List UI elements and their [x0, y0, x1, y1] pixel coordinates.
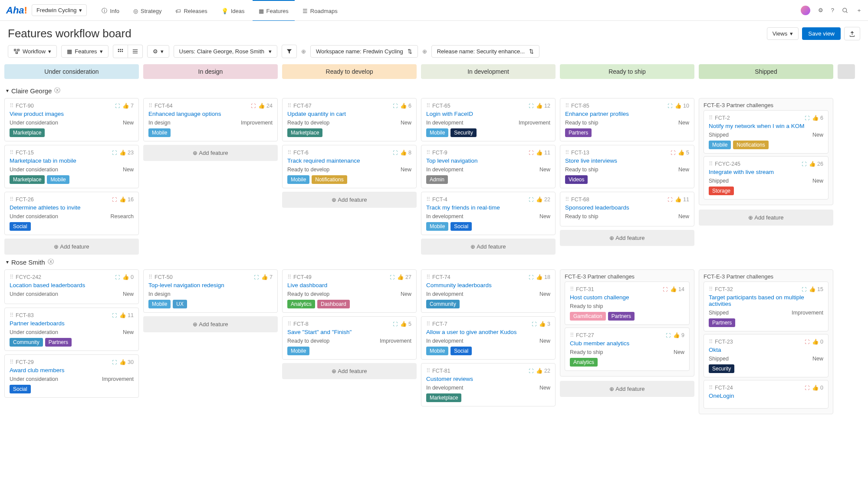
grip-icon[interactable]: ⠿: [426, 196, 430, 203]
feature-card[interactable]: ⠿ FCT-27 ⛶ 👍9 Club member analytics Read…: [565, 328, 690, 371]
workflow-dropdown[interactable]: Workflow ▾: [8, 45, 57, 58]
grip-icon[interactable]: ⠿: [565, 102, 569, 109]
grip-icon[interactable]: ⠿: [148, 102, 152, 109]
hierarchy-icon[interactable]: ⛶: [667, 197, 672, 202]
grip-icon[interactable]: ⠿: [426, 102, 430, 109]
hierarchy-icon[interactable]: ⛶: [667, 103, 672, 108]
feature-card[interactable]: ⠿ FCT-85 ⛶ 👍10 Enhance partner profiles …: [560, 98, 694, 141]
feature-card[interactable]: ⠿ FCT-7 ⛶ 👍3 Allow a user to give anothe…: [421, 316, 556, 360]
feature-card[interactable]: ⠿ FCT-26 ⛶ 👍16 Determine athletes to inv…: [4, 192, 139, 235]
card-title[interactable]: Determine athletes to invite: [10, 204, 134, 211]
feature-card[interactable]: ⠿ FCT-15 ⛶ 👍23 Marketplace tab in mobile…: [4, 145, 139, 188]
add-filter-icon[interactable]: ⊕: [301, 48, 306, 55]
features-dropdown[interactable]: ▦ Features ▾: [61, 45, 108, 58]
swimlane-header[interactable]: ▾Claire Georgeⓧ: [4, 83, 864, 98]
grip-icon[interactable]: ⠿: [287, 321, 291, 327]
grip-icon[interactable]: ⠿: [426, 149, 430, 156]
add-filter-icon[interactable]: ⊕: [422, 48, 427, 55]
add-feature-button[interactable]: ⊕ Add feature: [143, 145, 278, 161]
feature-card[interactable]: ⠿ FCT-4 ⛶ 👍22 Track my friends in real-t…: [421, 192, 556, 235]
hierarchy-icon[interactable]: ⛶: [529, 103, 533, 108]
grip-icon[interactable]: ⠿: [426, 321, 430, 327]
nav-tab-info[interactable]: ⓘInfo: [95, 0, 125, 21]
hierarchy-icon[interactable]: ⛶: [802, 287, 806, 292]
hierarchy-icon[interactable]: ⛶: [532, 321, 536, 327]
grip-icon[interactable]: ⠿: [709, 338, 712, 345]
grip-icon[interactable]: ⠿: [709, 286, 712, 292]
card-title[interactable]: OneLogin: [709, 393, 823, 399]
feature-card[interactable]: ⠿ FCT-2 ⛶ 👍6 Notify my network when I wi…: [704, 110, 829, 154]
epic-title[interactable]: FCT-E-3 Partner challenges: [704, 102, 829, 108]
grip-icon[interactable]: ⠿: [709, 384, 712, 391]
hierarchy-icon[interactable]: ⛶: [115, 103, 120, 108]
nav-tab-roadmaps[interactable]: ☰Roadmaps: [296, 0, 344, 21]
aha-logo[interactable]: Aha!: [6, 5, 27, 16]
hierarchy-icon[interactable]: ⛶: [112, 197, 117, 202]
grip-icon[interactable]: ⠿: [287, 149, 291, 156]
workspace-filter[interactable]: Workspace name: Fredwin Cycling ⇅: [310, 45, 418, 58]
hierarchy-icon[interactable]: ⛶: [112, 360, 117, 365]
card-title[interactable]: Live dashboard: [287, 282, 411, 288]
grip-icon[interactable]: ⠿: [10, 274, 13, 280]
users-filter[interactable]: Users: Claire George, Rose Smith ▾: [174, 45, 278, 58]
hierarchy-icon[interactable]: ⛶: [112, 313, 117, 318]
feature-card[interactable]: ⠿ FCT-64 ⛶ 👍24 Enhanced language options…: [143, 98, 278, 141]
feature-card[interactable]: ⠿ FCT-68 ⛶ 👍11 Sponsored leaderboards Re…: [560, 192, 694, 226]
grip-icon[interactable]: ⠿: [426, 367, 430, 374]
card-title[interactable]: Partner leaderboards: [10, 320, 134, 327]
search-icon[interactable]: [842, 7, 848, 13]
hierarchy-icon[interactable]: ⛶: [805, 339, 809, 344]
hierarchy-icon[interactable]: ⛶: [251, 103, 256, 108]
hierarchy-icon[interactable]: ⛶: [805, 385, 809, 390]
feature-card[interactable]: ⠿ FCT-90 ⛶ 👍7 View product images Under …: [4, 98, 139, 141]
nav-tab-ideas[interactable]: 💡Ideas: [215, 0, 251, 21]
user-avatar[interactable]: [801, 6, 810, 15]
feature-card[interactable]: ⠿ FCT-49 ⛶ 👍27 Live dashboard Ready to d…: [282, 269, 417, 313]
hierarchy-icon[interactable]: ⛶: [115, 275, 120, 280]
workspace-selector[interactable]: Fredwin Cycling ▾: [32, 4, 87, 16]
feature-card[interactable]: ⠿ FCT-29 ⛶ 👍30 Award club members Under …: [4, 354, 139, 398]
card-title[interactable]: Location based leaderboards: [10, 282, 134, 288]
grip-icon[interactable]: ⠿: [426, 274, 430, 280]
card-title[interactable]: Award club members: [10, 367, 134, 373]
add-feature-button[interactable]: ⊕ Add feature: [421, 239, 556, 255]
nav-tab-releases[interactable]: 🏷Releases: [169, 0, 213, 21]
card-title[interactable]: Customer reviews: [426, 376, 550, 382]
hierarchy-icon[interactable]: ⛶: [671, 150, 675, 155]
grip-icon[interactable]: ⠿: [287, 102, 291, 109]
card-title[interactable]: Host custom challenge: [570, 294, 684, 301]
feature-card[interactable]: ⠿ FCT-24 ⛶ 👍0 OneLogin: [704, 380, 829, 409]
card-title[interactable]: View product images: [10, 111, 134, 117]
remove-icon[interactable]: ⓧ: [48, 258, 54, 266]
grip-icon[interactable]: ⠿: [148, 274, 152, 280]
grid-view-button[interactable]: [113, 45, 128, 58]
add-feature-button[interactable]: ⊕ Add feature: [143, 316, 278, 332]
card-title[interactable]: Top level navigation: [426, 157, 550, 164]
grip-icon[interactable]: ⠿: [570, 332, 573, 338]
card-title[interactable]: Club member analytics: [570, 340, 684, 347]
filter-button[interactable]: [282, 45, 297, 58]
card-title[interactable]: Marketplace tab in mobile: [10, 157, 134, 164]
add-feature-button[interactable]: ⊕ Add feature: [560, 381, 694, 397]
epic-title[interactable]: FCT-E-3 Partner challenges: [565, 273, 690, 280]
epic-title[interactable]: FCT-E-3 Partner challenges: [704, 273, 829, 280]
add-feature-button[interactable]: ⊕ Add feature: [560, 230, 694, 246]
help-icon[interactable]: ?: [831, 7, 834, 13]
grip-icon[interactable]: ⠿: [287, 274, 291, 280]
share-button[interactable]: [844, 27, 860, 40]
remove-icon[interactable]: ⓧ: [54, 87, 60, 95]
feature-card[interactable]: ⠿ FCT-83 ⛶ 👍11 Partner leaderboards Unde…: [4, 308, 139, 351]
grip-icon[interactable]: ⠿: [10, 359, 13, 365]
card-title[interactable]: Enhance partner profiles: [565, 111, 689, 117]
grip-icon[interactable]: ⠿: [565, 196, 569, 203]
grip-icon[interactable]: ⠿: [709, 160, 712, 167]
feature-card[interactable]: ⠿ FCT-65 ⛶ 👍12 Login with FaceID In deve…: [421, 98, 556, 141]
card-title[interactable]: Integrate with live stream: [709, 169, 823, 175]
hierarchy-icon[interactable]: ⛶: [393, 150, 398, 155]
feature-card[interactable]: ⠿ FCT-50 ⛶ 👍7 Top-level navigation redes…: [143, 269, 278, 313]
hierarchy-icon[interactable]: ⛶: [393, 103, 398, 108]
card-title[interactable]: Top-level navigation redesign: [148, 282, 273, 288]
grip-icon[interactable]: ⠿: [10, 312, 13, 318]
list-view-button[interactable]: [128, 45, 143, 58]
plus-icon[interactable]: ＋: [856, 7, 862, 14]
